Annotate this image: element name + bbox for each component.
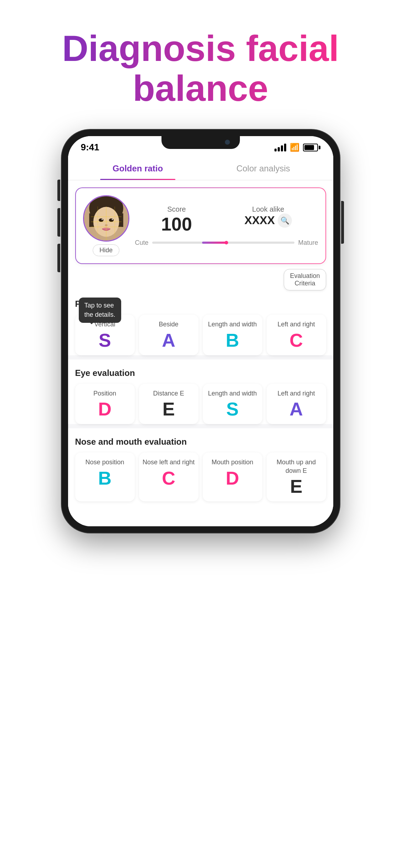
battery-tip (319, 146, 320, 149)
side-button-power (341, 201, 344, 244)
slider-mature-label: Mature (298, 239, 318, 247)
eval-card-grade: S (226, 400, 239, 418)
criteria-btn-row: EvaluationCriteria (68, 264, 333, 290)
slider-cute-label: Cute (135, 239, 149, 247)
eye-evaluation-section: Eye evaluation Position D Distance E E L… (68, 360, 333, 424)
eval-card-nose-position[interactable]: Nose position B (75, 453, 135, 501)
eval-card-mouth-position[interactable]: Mouth position D (203, 453, 262, 501)
look-alike-label: Look alike (245, 205, 292, 213)
wifi-icon: 📶 (290, 143, 299, 152)
tab-color-analysis[interactable]: Color analysis (201, 156, 326, 180)
eval-card-label: Position (93, 389, 116, 398)
status-icons: 📶 (274, 143, 320, 152)
phone-screen: 9:41 📶 (68, 136, 333, 526)
face-evaluation-section: Face eva... Tap to seethe details. Verti… (68, 290, 333, 355)
eye-eval-grid: Position D Distance E E Length and width… (75, 384, 326, 424)
eval-card-eye-left-right[interactable]: Left and right A (267, 384, 326, 424)
eval-card-beside[interactable]: Beside A (139, 315, 199, 355)
app-content: Golden ratio Color analysis (68, 156, 333, 526)
bar3 (281, 145, 283, 151)
tooltip-bubble: Tap to seethe details. (79, 298, 121, 322)
eval-card-nose-left-right[interactable]: Nose left and right C (139, 453, 199, 501)
bar2 (278, 147, 280, 151)
notch-camera (225, 140, 230, 145)
score-info: Score 100 Look alike XXXX 🔍 (135, 205, 318, 247)
score-value: 100 (161, 213, 192, 235)
score-column: Score 100 (161, 205, 192, 235)
eval-card-label: Nose position (85, 458, 124, 466)
eval-card-label: Length and width (208, 320, 257, 329)
face-eval-grid: Tap to seethe details. Vertical S Beside… (75, 315, 326, 355)
look-alike-name: XXXX (245, 214, 275, 227)
signal-bars-icon (274, 144, 286, 151)
tab-bar: Golden ratio Color analysis (68, 156, 333, 180)
nose-mouth-eval-title: Nose and mouth evaluation (75, 437, 326, 447)
eval-card-label: Mouth up and down E (270, 458, 323, 475)
status-time: 9:41 (81, 142, 99, 153)
eye-eval-title: Eye evaluation (75, 368, 326, 378)
look-alike-row: XXXX 🔍 (245, 213, 292, 228)
phone-frame: 9:41 📶 (62, 130, 340, 533)
cute-mature-slider: Cute Mature (135, 239, 318, 247)
side-button-vol-up (57, 208, 60, 237)
eval-card-grade: C (162, 469, 175, 487)
divider-2 (68, 424, 333, 428)
eval-card-grade: E (163, 400, 175, 418)
look-alike-column: Look alike XXXX 🔍 (245, 205, 292, 235)
eval-card-eye-position[interactable]: Position D (75, 384, 135, 424)
eval-card-length-width[interactable]: Length and width B (203, 315, 262, 355)
eval-card-eye-distance[interactable]: Distance E E (139, 384, 199, 424)
eval-card-grade: C (289, 331, 303, 350)
tab-golden-ratio[interactable]: Golden ratio (75, 156, 201, 180)
battery-icon (303, 144, 320, 151)
eval-card-grade: D (98, 400, 112, 418)
svg-point-4 (99, 218, 103, 222)
hero-title: Diagnosis facial balance (40, 29, 361, 108)
eval-card-grade: A (289, 400, 303, 418)
slider-dot (225, 241, 228, 244)
phone-notch (161, 136, 240, 149)
nose-mouth-eval-grid: Nose position B Nose left and right C Mo… (75, 453, 326, 501)
bottom-space (68, 501, 333, 516)
score-label: Score (161, 205, 192, 213)
eval-card-label: Length and width (208, 389, 257, 398)
eval-card-label: Beside (159, 320, 178, 329)
side-button-mute (57, 180, 60, 201)
eval-card-left-right[interactable]: Left and right C (267, 315, 326, 355)
divider-1 (68, 355, 333, 360)
eval-card-label: Mouth position (211, 458, 253, 466)
battery-fill (304, 145, 314, 150)
evaluation-criteria-button[interactable]: EvaluationCriteria (284, 269, 326, 290)
eval-card-eye-length-width[interactable]: Length and width S (203, 384, 262, 424)
score-card: Hide Score 100 Look alike XXXX 🔍 (75, 187, 326, 264)
bar1 (274, 149, 277, 151)
svg-point-6 (101, 219, 103, 220)
eval-card-grade: S (99, 331, 111, 350)
eval-card-label: Left and right (277, 320, 315, 329)
slider-fill (202, 242, 228, 244)
side-button-vol-down (57, 244, 60, 272)
avatar-circle (83, 195, 129, 242)
avatar-container: Hide (83, 195, 129, 256)
svg-point-7 (112, 219, 113, 220)
svg-point-5 (109, 218, 113, 222)
nose-mouth-evaluation-section: Nose and mouth evaluation Nose position … (68, 428, 333, 501)
slider-track[interactable] (152, 242, 295, 244)
eval-card-grade: A (162, 331, 175, 350)
bar4 (284, 144, 286, 151)
eval-card-label: Left and right (277, 389, 315, 398)
eval-card-grade: B (98, 469, 112, 487)
eval-card-grade: E (290, 477, 303, 496)
eval-card-label: Nose left and right (143, 458, 195, 466)
battery-body (303, 144, 318, 151)
score-row: Score 100 Look alike XXXX 🔍 (135, 205, 318, 235)
eval-card-mouth-up-down[interactable]: Mouth up and down E E (267, 453, 326, 501)
eval-card-grade: B (226, 331, 239, 350)
eval-card-grade: D (226, 469, 239, 487)
search-icon[interactable]: 🔍 (278, 213, 292, 228)
eval-card-label: Distance E (153, 389, 184, 398)
hide-button[interactable]: Hide (93, 244, 119, 256)
